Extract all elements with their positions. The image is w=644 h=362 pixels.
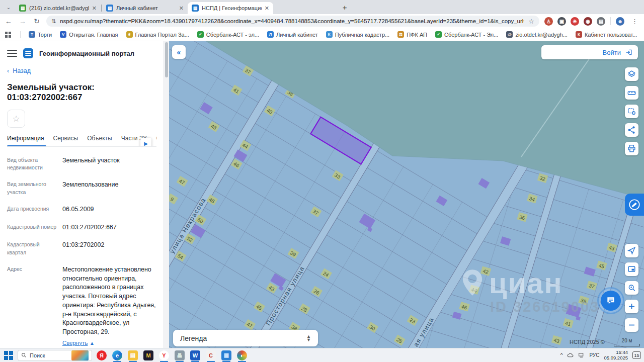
bookmark-item[interactable]: ККабинет пользоват... — [576, 31, 637, 38]
browser-tab[interactable]: ▤ НСПД | Геоинформационный ✕ — [188, 2, 273, 14]
bookmark-star-icon[interactable]: ☆ — [528, 18, 534, 25]
nspd-favicon: ▤ — [192, 5, 199, 12]
zoom-out-icon — [627, 320, 636, 330]
apps-grid-icon[interactable] — [5, 32, 11, 38]
extension-asterisk[interactable]: ✳ — [571, 17, 579, 26]
legend-expand-icon: ▲▼ — [306, 335, 311, 342]
back-icon[interactable]: ← — [4, 17, 13, 25]
tab-5[interactable]: Соста — [156, 135, 156, 142]
site-settings-icon[interactable]: ⇅ — [51, 18, 56, 25]
legend-bar[interactable]: Легенда ▲▼ — [173, 330, 318, 346]
zoom-in-button[interactable] — [625, 300, 638, 313]
address-bar[interactable]: ⇅ nspd.gov.ru/map?thematic=PKK&zoom=18.4… — [46, 16, 539, 27]
back-link[interactable]: ‹ Назад — [7, 67, 156, 74]
bookmark-favicon: ⚜ — [126, 31, 133, 38]
bookmark-item[interactable]: КПубличная кадастр... — [326, 31, 389, 38]
weather-widget-thumbnail[interactable] — [71, 350, 89, 360]
bookmark-item[interactable]: ✓Сбербанк-АСТ - эл... — [197, 31, 259, 38]
share-button[interactable] — [625, 123, 638, 137]
bookmark-item[interactable]: ⚜Главная Портал За... — [126, 31, 189, 38]
tab-3[interactable]: Объекты — [87, 135, 112, 142]
map-canvas[interactable]: улица НекрасоваПросторная улицаая улица3… — [169, 41, 644, 348]
word-icon[interactable]: W — [189, 349, 201, 361]
tab-2[interactable]: Сервисы — [53, 135, 78, 142]
cadastral-map[interactable]: улица НекрасоваПросторная улицаая улица3… — [169, 41, 644, 348]
portal-title: Геоинформационный портал — [39, 50, 134, 57]
extension-shield[interactable]: ▣ — [557, 17, 566, 26]
layers-icon — [627, 69, 636, 79]
collapse-address-link[interactable]: Свернуть — [62, 339, 88, 347]
bookmark-item[interactable]: ⚖ПФК АП — [397, 31, 427, 38]
tabs-scroll-right-button[interactable]: ▶ — [140, 138, 151, 147]
taskbar-search[interactable]: Поиск — [18, 350, 92, 361]
extension-person[interactable]: ♙ — [544, 17, 553, 26]
browser-tab[interactable]: ▤ Личный кабинет ✕ — [102, 2, 188, 14]
reload-icon[interactable]: ↻ — [32, 17, 41, 25]
network-icon[interactable] — [578, 352, 585, 358]
printer-app-icon[interactable]: 🖶 — [174, 349, 186, 361]
bookmark-item[interactable]: ТТорги — [29, 31, 52, 38]
browser-tab-bar: ⌄ ▤ (216) zio.otdel.kr@adygheya.g... ✕▤ … — [0, 0, 644, 14]
profile-avatar[interactable]: ☻ — [616, 17, 624, 26]
close-tab-icon[interactable]: ✕ — [92, 5, 97, 12]
bookmark-favicon: ✓ — [197, 31, 204, 38]
zoom-out-button[interactable] — [625, 318, 638, 332]
bookmark-item[interactable]: @zio.otdel.kr@adygh... — [506, 31, 568, 38]
sphere-icon[interactable]: ◐ — [236, 349, 248, 361]
sidebar-scrollbar[interactable] — [164, 41, 169, 348]
new-tab-button[interactable]: + — [339, 1, 351, 13]
collapse-panel-button[interactable]: « — [172, 45, 186, 59]
close-tab-icon[interactable]: ✕ — [265, 5, 269, 12]
chat-assistant-button[interactable] — [601, 291, 621, 311]
tab-search-chevron-icon[interactable]: ⌄ — [3, 2, 14, 13]
bookmarks-bar: ТТоргиVОткрытая. Главная⚜Главная Портал … — [0, 28, 644, 41]
bookmark-item[interactable]: ✓Сбербанк-АСТ - Эл... — [435, 31, 498, 38]
extension-puzzle[interactable]: ▤ — [597, 17, 605, 26]
bookmark-item[interactable]: VОткрытая. Главная — [60, 31, 118, 38]
miro-icon[interactable]: M — [142, 349, 154, 361]
navigate-button[interactable] — [625, 244, 638, 257]
select-area-button[interactable] — [625, 105, 638, 118]
onedrive-icon[interactable] — [567, 352, 574, 358]
bookmark-favicon: ⚖ — [397, 31, 404, 38]
login-button[interactable]: Войти — [541, 45, 638, 59]
attributes-list: Вид объекта недвижимости Земельный участ… — [7, 152, 156, 348]
mail-favicon: ▤ — [19, 5, 26, 12]
panel-tabs: ИнформацияСервисыОбъектыЧасти ЗУСоста▶ — [7, 135, 156, 147]
favorite-star-button[interactable]: ☆ — [7, 110, 25, 128]
hidden-icons-chevron[interactable]: ^ — [560, 352, 563, 358]
yandex-app-icon[interactable]: Я — [96, 349, 108, 361]
ruler-button[interactable] — [625, 86, 638, 100]
close-tab-icon[interactable]: ✕ — [179, 5, 184, 12]
layers-button[interactable] — [625, 67, 638, 81]
bookmark-item[interactable]: ЛЛичный кабинет — [267, 31, 318, 38]
search-location-icon — [627, 283, 636, 293]
bookmark-favicon: К — [326, 31, 333, 38]
tab-1[interactable]: Информация — [7, 135, 44, 142]
print-button[interactable] — [625, 142, 638, 155]
forward-icon[interactable]: → — [18, 17, 27, 25]
bookmark-favicon: Л — [267, 31, 274, 38]
browser-menu-icon[interactable]: ⋮ — [629, 18, 640, 25]
basemap-icon — [627, 264, 636, 274]
yandex-browser-icon[interactable]: Y — [158, 349, 170, 361]
clock[interactable]: 15:4405.09.2025 — [604, 350, 628, 361]
consultant-icon[interactable]: С — [205, 349, 217, 361]
edge-icon[interactable]: e — [111, 349, 123, 361]
start-button[interactable] — [3, 350, 14, 361]
browser-tab[interactable]: ▤ (216) zio.otdel.kr@adygheya.g... ✕ — [15, 2, 101, 14]
bookmark-favicon: К — [576, 31, 582, 38]
feedback-widget-tab[interactable] — [625, 194, 644, 216]
blue-tiles-icon[interactable]: ▦ — [220, 349, 232, 361]
basemap-button[interactable] — [625, 262, 638, 276]
url-text: nspd.gov.ru/map?thematic=PKK&zoom=18.439… — [60, 18, 524, 24]
bookmark-favicon: @ — [506, 31, 513, 38]
menu-icon[interactable] — [7, 50, 17, 57]
notifications-badge[interactable]: 15 — [632, 351, 641, 359]
windows-taskbar: Поиск Яe▤MY🖶WС▦◐ ^ РУС 15:4405.09.2025 1… — [0, 348, 644, 362]
language-indicator[interactable]: РУС — [589, 352, 599, 358]
search-location-button[interactable] — [625, 281, 638, 295]
extension-target[interactable]: ◉ — [584, 17, 592, 26]
collapse-caret-icon[interactable]: ▲ — [90, 340, 95, 346]
explorer-icon[interactable]: ▤ — [127, 349, 139, 361]
